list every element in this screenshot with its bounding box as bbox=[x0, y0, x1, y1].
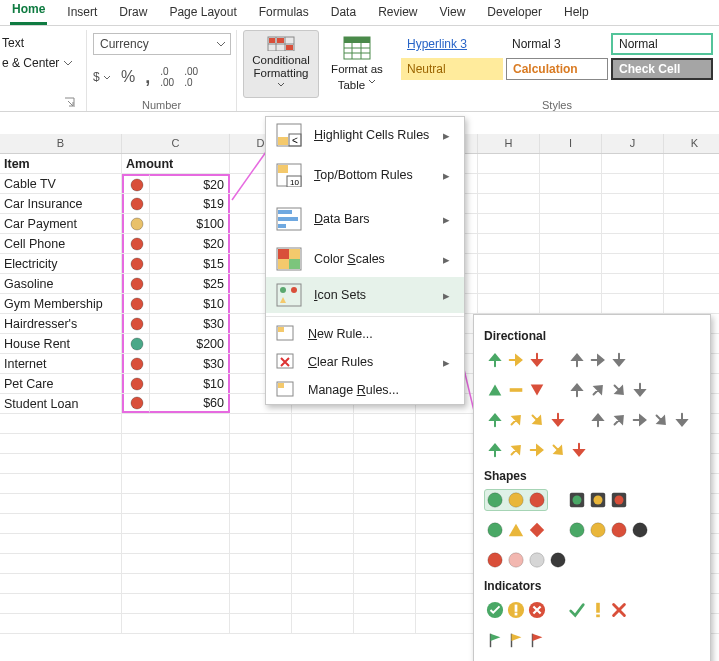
cell[interactable] bbox=[416, 454, 478, 473]
cell-item[interactable]: Cell Phone bbox=[0, 234, 122, 253]
cell[interactable] bbox=[230, 574, 292, 593]
iconset-option[interactable] bbox=[484, 599, 548, 621]
iconset-option[interactable] bbox=[484, 629, 548, 634]
cell[interactable] bbox=[230, 534, 292, 553]
cell[interactable] bbox=[478, 254, 540, 273]
cell[interactable] bbox=[292, 414, 354, 433]
cell[interactable] bbox=[664, 214, 719, 233]
cell[interactable] bbox=[0, 534, 122, 553]
iconset-option[interactable] bbox=[566, 599, 630, 621]
cell-item[interactable]: Internet bbox=[0, 354, 122, 373]
cell[interactable] bbox=[230, 474, 292, 493]
cell-amount[interactable]: $10 bbox=[150, 374, 230, 393]
style-calculation[interactable]: Calculation bbox=[506, 58, 608, 80]
col-header[interactable]: H bbox=[478, 134, 540, 153]
cell[interactable] bbox=[292, 534, 354, 553]
cell-amount[interactable]: $200 bbox=[150, 334, 230, 353]
cell[interactable] bbox=[478, 234, 540, 253]
cell[interactable] bbox=[122, 434, 230, 453]
cell[interactable] bbox=[602, 174, 664, 193]
cell[interactable] bbox=[354, 494, 416, 513]
cell-amount[interactable]: $30 bbox=[150, 354, 230, 373]
cell[interactable] bbox=[230, 514, 292, 533]
cell[interactable] bbox=[230, 554, 292, 573]
cell-amount[interactable]: $25 bbox=[150, 274, 230, 293]
style-normal[interactable]: Normal bbox=[611, 33, 713, 55]
cell-icon[interactable] bbox=[122, 214, 150, 233]
cell-item[interactable]: Car Insurance bbox=[0, 194, 122, 213]
cell-item[interactable]: Electricity bbox=[0, 254, 122, 273]
cell[interactable] bbox=[354, 554, 416, 573]
cell[interactable] bbox=[540, 194, 602, 213]
header-amount[interactable]: Amount bbox=[122, 154, 230, 173]
cell[interactable] bbox=[0, 594, 122, 613]
col-header[interactable]: K bbox=[664, 134, 719, 153]
cell-icon[interactable] bbox=[122, 374, 150, 393]
cell-amount[interactable]: $60 bbox=[150, 394, 230, 413]
cell[interactable] bbox=[416, 514, 478, 533]
dialog-launcher-icon[interactable] bbox=[64, 97, 76, 109]
cell-amount[interactable]: $15 bbox=[150, 254, 230, 273]
iconset-option[interactable] bbox=[484, 519, 548, 541]
cell[interactable] bbox=[478, 174, 540, 193]
cell-amount[interactable]: $100 bbox=[150, 214, 230, 233]
menu-clear-rules[interactable]: Clear Rules▸ bbox=[266, 348, 464, 376]
cell[interactable] bbox=[416, 554, 478, 573]
iconset-option[interactable] bbox=[484, 379, 548, 401]
cell[interactable] bbox=[664, 154, 719, 173]
col-header[interactable]: J bbox=[602, 134, 664, 153]
cell-amount[interactable]: $10 bbox=[150, 294, 230, 313]
cell[interactable] bbox=[354, 414, 416, 433]
cell-amount[interactable]: $20 bbox=[150, 234, 230, 253]
cell-icon[interactable] bbox=[122, 194, 150, 213]
tab-developer[interactable]: Developer bbox=[485, 2, 544, 25]
cell[interactable] bbox=[230, 454, 292, 473]
cell[interactable] bbox=[122, 614, 230, 633]
tab-formulas[interactable]: Formulas bbox=[257, 2, 311, 25]
cell[interactable] bbox=[478, 214, 540, 233]
iconset-option[interactable] bbox=[484, 549, 569, 571]
cell[interactable] bbox=[230, 594, 292, 613]
style-neutral[interactable]: Neutral bbox=[401, 58, 503, 80]
cell-amount[interactable]: $20 bbox=[150, 174, 230, 193]
cell[interactable] bbox=[292, 574, 354, 593]
cell-icon[interactable] bbox=[122, 274, 150, 293]
cell[interactable] bbox=[230, 494, 292, 513]
cell[interactable] bbox=[602, 294, 664, 313]
cell[interactable] bbox=[354, 434, 416, 453]
cell[interactable] bbox=[664, 174, 719, 193]
cell[interactable] bbox=[292, 454, 354, 473]
cell[interactable] bbox=[230, 614, 292, 633]
cell[interactable] bbox=[0, 454, 122, 473]
cell-item[interactable]: Hairdresser's bbox=[0, 314, 122, 333]
cell[interactable] bbox=[230, 434, 292, 453]
menu-top-bottom[interactable]: 10 Top/Bottom Rules▸ bbox=[266, 153, 464, 197]
cell-icon[interactable] bbox=[122, 294, 150, 313]
cell[interactable] bbox=[292, 614, 354, 633]
cell[interactable] bbox=[478, 154, 540, 173]
cell[interactable] bbox=[602, 154, 664, 173]
increase-decimal-button[interactable]: .0.00 bbox=[160, 66, 174, 88]
cell-icon[interactable] bbox=[122, 234, 150, 253]
col-header[interactable]: B bbox=[0, 134, 122, 153]
cell[interactable] bbox=[0, 494, 122, 513]
number-format-combo[interactable]: Currency bbox=[93, 33, 231, 55]
cell[interactable] bbox=[540, 214, 602, 233]
cell[interactable] bbox=[602, 234, 664, 253]
cell-item[interactable]: Car Payment bbox=[0, 214, 122, 233]
cell[interactable] bbox=[416, 594, 478, 613]
cell[interactable] bbox=[122, 474, 230, 493]
menu-data-bars[interactable]: Data Bars▸ bbox=[266, 197, 464, 241]
menu-new-rule[interactable]: New Rule... bbox=[266, 320, 464, 348]
cell[interactable] bbox=[478, 294, 540, 313]
cell[interactable] bbox=[122, 414, 230, 433]
tab-help[interactable]: Help bbox=[562, 2, 591, 25]
cell[interactable] bbox=[540, 174, 602, 193]
cell[interactable] bbox=[416, 614, 478, 633]
cell[interactable] bbox=[122, 594, 230, 613]
menu-manage-rules[interactable]: Manage Rules... bbox=[266, 376, 464, 404]
cell[interactable] bbox=[122, 494, 230, 513]
cell[interactable] bbox=[354, 574, 416, 593]
cell[interactable] bbox=[478, 194, 540, 213]
cell[interactable] bbox=[664, 254, 719, 273]
